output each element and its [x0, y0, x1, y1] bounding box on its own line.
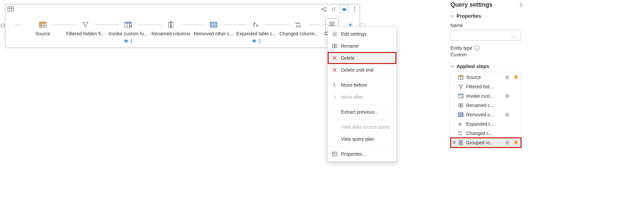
- more-icon[interactable]: [350, 5, 358, 13]
- svg-line-103: [508, 113, 509, 114]
- svg-rect-1: [8, 7, 14, 11]
- step-label: Changed column...: [279, 31, 319, 36]
- svg-point-7: [325, 10, 326, 12]
- menu-properties[interactable]: Properties...: [328, 148, 396, 160]
- svg-line-88: [506, 97, 506, 98]
- svg-line-102: [506, 116, 506, 116]
- svg-rect-26: [169, 22, 171, 27]
- rename-column-icon: [167, 21, 175, 28]
- chevron-right-icon: [332, 95, 338, 99]
- step-badge[interactable]: 1: [123, 38, 132, 43]
- name-input[interactable]: ....: [450, 30, 521, 41]
- menu-rename[interactable]: Rename: [328, 40, 396, 52]
- svg-line-121: [506, 144, 506, 144]
- applied-step-label: Invoke cust...: [466, 93, 502, 99]
- properties-section-header[interactable]: Properties: [450, 13, 521, 19]
- svg-line-10: [332, 10, 333, 11]
- menu-item-label: Extract previous...: [341, 109, 378, 115]
- svg-rect-54: [332, 44, 334, 48]
- applied-step-filtered[interactable]: Filtered hid...: [451, 82, 521, 91]
- database-icon: [513, 140, 519, 145]
- svg-text:ABC: ABC: [295, 22, 301, 25]
- menu-move-after: Move after: [328, 91, 396, 103]
- svg-line-86: [506, 94, 506, 95]
- applied-steps-list: Source Filtered hid... fx Invoke cust...: [450, 72, 521, 150]
- collapse-icon[interactable]: [330, 5, 338, 13]
- menu-item-label: Properties...: [341, 151, 366, 157]
- gear-icon[interactable]: [504, 140, 510, 145]
- svg-line-119: [506, 141, 506, 142]
- svg-point-114: [507, 142, 508, 144]
- svg-rect-112: [459, 143, 460, 145]
- svg-text:fx: fx: [461, 96, 463, 98]
- step-source[interactable]: Source: [21, 21, 64, 36]
- entity-type-value: Custom: [450, 52, 521, 57]
- menu-move-before[interactable]: Move before: [328, 79, 396, 91]
- step-label: Filtered hidden fi...: [66, 31, 104, 36]
- x-icon: [332, 68, 338, 72]
- svg-line-76: [508, 76, 509, 76]
- applied-step-removed[interactable]: Removed o...: [451, 110, 521, 119]
- svg-line-74: [508, 78, 509, 79]
- applied-steps-header[interactable]: Applied steps: [450, 63, 521, 69]
- svg-point-0: [1, 24, 4, 27]
- menu-item-label: View query plan: [341, 136, 374, 142]
- svg-text:x: x: [256, 23, 258, 28]
- share-icon[interactable]: [320, 5, 328, 13]
- step-label: Expanded table c...: [236, 31, 276, 36]
- entity-type-label: Entity type: [450, 45, 472, 51]
- menu-extract-previous[interactable]: Extract previous...: [328, 106, 396, 118]
- chevron-right-icon[interactable]: [519, 2, 523, 9]
- svg-rect-109: [459, 140, 462, 141]
- svg-line-120: [508, 144, 509, 144]
- applied-step-source[interactable]: Source: [451, 73, 521, 82]
- applied-step-renamed[interactable]: Renamed c...: [451, 101, 521, 110]
- fx-icon: fx: [458, 122, 463, 126]
- svg-text:123: 123: [458, 133, 462, 136]
- badge-count: 1: [130, 38, 132, 43]
- svg-line-89: [508, 94, 509, 95]
- svg-text:fx: fx: [129, 24, 132, 28]
- step-label: Invoke custom fu...: [108, 31, 148, 36]
- menu-view-data-source: View data source query: [328, 121, 396, 133]
- gear-icon[interactable]: [504, 75, 510, 80]
- table-blue-icon: [458, 112, 463, 117]
- delete-step-icon[interactable]: [452, 140, 456, 145]
- svg-line-75: [506, 78, 506, 79]
- step-changed-column[interactable]: ABC 123 Changed column...: [278, 21, 320, 36]
- svg-rect-55: [335, 44, 337, 48]
- step-filtered[interactable]: Filtered hidden fi...: [64, 21, 107, 36]
- applied-step-expanded[interactable]: fx Expanded t...: [451, 119, 521, 129]
- svg-rect-16: [39, 22, 46, 24]
- applied-step-grouped[interactable]: Grouped ro...: [451, 138, 521, 147]
- menu-delete[interactable]: Delete: [328, 52, 396, 64]
- database-icon: [513, 75, 519, 80]
- abc123-icon: ABC123: [458, 131, 463, 136]
- ellipsis-icon[interactable]: ....: [510, 33, 518, 38]
- chevron-left-icon: [332, 83, 338, 87]
- rename-icon: [332, 44, 338, 48]
- properties-icon: [332, 152, 338, 156]
- gear-icon[interactable]: [504, 112, 510, 117]
- context-menu: Edit settings Rename Delete Delete until…: [327, 26, 397, 162]
- menu-view-query-plan[interactable]: View query plan: [328, 133, 396, 145]
- x-icon: [332, 56, 338, 60]
- svg-point-12: [354, 7, 355, 8]
- svg-line-87: [508, 97, 509, 98]
- menu-edit-settings[interactable]: Edit settings: [328, 28, 396, 40]
- chevron-down-icon: [450, 64, 454, 68]
- svg-point-13: [354, 9, 355, 10]
- step-removed-other[interactable]: Removed other c...: [192, 21, 235, 36]
- applied-step-changed[interactable]: ABC123 Changed c...: [451, 129, 521, 138]
- svg-rect-90: [459, 104, 460, 107]
- step-renamed[interactable]: Renamed columns: [149, 21, 192, 36]
- menu-delete-until-end[interactable]: Delete until end: [328, 64, 396, 76]
- step-badge[interactable]: 2: [252, 38, 261, 43]
- cloud-db-icon[interactable]: [340, 5, 348, 14]
- applied-step-label: Filtered hid...: [466, 84, 502, 89]
- svg-line-52: [333, 35, 333, 36]
- abc123-icon: ABC 123: [295, 21, 303, 28]
- info-icon[interactable]: i: [474, 45, 479, 51]
- gear-icon[interactable]: [504, 94, 510, 98]
- applied-step-invoke[interactable]: fx Invoke cust...: [451, 91, 521, 101]
